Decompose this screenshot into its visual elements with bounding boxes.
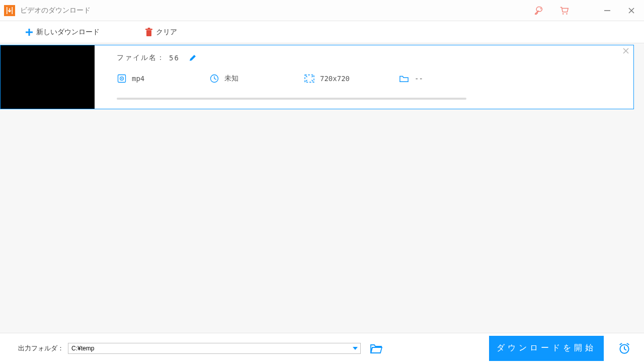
trash-icon xyxy=(145,28,153,37)
filename-label: ファイル名： xyxy=(117,53,165,62)
key-icon[interactable] xyxy=(533,5,544,16)
duration-value: 未知 xyxy=(224,74,238,83)
svg-rect-1 xyxy=(12,7,13,14)
resolution-value: 720x720 xyxy=(320,75,350,83)
filename-row: ファイル名： 56 xyxy=(117,53,618,62)
window-controls xyxy=(604,7,635,14)
clear-button[interactable]: クリア xyxy=(145,28,177,37)
open-folder-button[interactable] xyxy=(370,343,383,354)
new-download-button[interactable]: 新しいダウンロード xyxy=(25,28,100,37)
folder-icon xyxy=(398,74,410,83)
output-folder-field[interactable] xyxy=(68,343,361,354)
video-thumbnail xyxy=(1,45,95,109)
meta-duration: 未知 xyxy=(209,74,304,84)
meta-row: mp4 未知 720x720 -- xyxy=(117,74,618,84)
footer: 出力フォルダ： ダウンロードを開始 xyxy=(0,333,644,363)
cart-icon[interactable] xyxy=(558,5,570,16)
meta-size: -- xyxy=(398,74,423,83)
titlebar: ビデオのダウンロード xyxy=(0,0,644,21)
window-title: ビデオのダウンロード xyxy=(20,6,533,15)
remove-item-button[interactable] xyxy=(622,47,629,54)
meta-format: mp4 xyxy=(117,74,209,84)
titlebar-actions xyxy=(533,5,640,16)
progress-bar xyxy=(117,98,466,100)
format-icon xyxy=(117,74,127,84)
close-button[interactable] xyxy=(628,7,635,14)
resolution-icon xyxy=(304,74,315,83)
format-value: mp4 xyxy=(132,75,144,83)
download-item[interactable]: ファイル名： 56 mp4 未知 720x720 xyxy=(0,45,634,109)
filename-value: 56 xyxy=(169,54,180,62)
chevron-down-icon xyxy=(353,347,358,350)
folder-dropdown-button[interactable] xyxy=(350,347,360,350)
meta-resolution: 720x720 xyxy=(304,74,398,83)
start-download-label: ダウンロードを開始 xyxy=(497,343,596,353)
open-folder-icon xyxy=(370,343,383,354)
schedule-button[interactable] xyxy=(618,342,631,354)
svg-rect-0 xyxy=(7,7,8,14)
svg-rect-12 xyxy=(148,28,150,29)
plus-icon xyxy=(25,28,33,36)
start-download-button[interactable]: ダウンロードを開始 xyxy=(489,336,604,361)
output-folder-label: 出力フォルダ： xyxy=(18,344,64,353)
size-value: -- xyxy=(415,75,423,83)
edit-filename-button[interactable] xyxy=(189,54,197,62)
toolbar: 新しいダウンロード クリア xyxy=(0,21,644,43)
svg-rect-10 xyxy=(146,30,151,36)
item-body: ファイル名： 56 mp4 未知 720x720 xyxy=(95,45,633,109)
app-logo-icon xyxy=(4,5,15,16)
new-download-label: 新しいダウンロード xyxy=(36,28,100,37)
output-folder-input[interactable] xyxy=(68,343,350,353)
alarm-clock-icon xyxy=(618,342,631,355)
clock-icon xyxy=(209,74,219,84)
pencil-icon xyxy=(189,54,197,62)
svg-rect-11 xyxy=(145,29,152,30)
clear-label: クリア xyxy=(156,28,177,37)
svg-point-3 xyxy=(562,13,564,15)
svg-point-2 xyxy=(540,8,541,9)
content-area: ファイル名： 56 mp4 未知 720x720 xyxy=(0,43,644,333)
svg-point-4 xyxy=(566,13,568,15)
minimize-button[interactable] xyxy=(604,7,611,14)
